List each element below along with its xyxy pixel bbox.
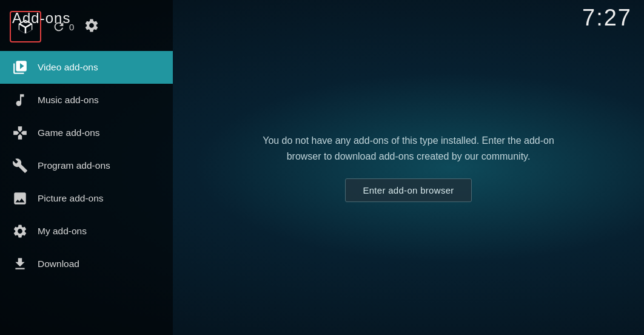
- enter-browser-button[interactable]: Enter add-on browser: [345, 178, 471, 202]
- app-title: Add-ons: [12, 10, 70, 27]
- game-icon: [12, 125, 28, 141]
- topbar: Add-ons 7:27: [0, 0, 644, 36]
- empty-message: You do not have any add-ons of this type…: [245, 133, 572, 164]
- sidebar-item-video-label: Video add-ons: [38, 62, 98, 73]
- sidebar-item-myaddon-label: My add-ons: [38, 226, 87, 237]
- sidebar-item-music-label: Music add-ons: [38, 95, 99, 106]
- sidebar-item-music[interactable]: Music add-ons: [0, 84, 173, 117]
- sidebar-item-picture-label: Picture add-ons: [38, 193, 104, 204]
- program-icon: [12, 158, 28, 174]
- sidebar-item-game-label: Game add-ons: [38, 127, 100, 138]
- music-icon: [12, 92, 28, 108]
- sidebar-item-picture[interactable]: Picture add-ons: [0, 182, 173, 215]
- picture-icon: [12, 191, 28, 206]
- video-icon: [12, 59, 28, 75]
- sidebar: 0 Video add-ons Music add-ons: [0, 0, 173, 335]
- sidebar-item-program-label: Program add-ons: [38, 160, 110, 171]
- download-icon: [12, 256, 28, 272]
- sidebar-item-myaddon[interactable]: My add-ons: [0, 215, 173, 248]
- clock: 7:27: [582, 5, 632, 31]
- main-content: You do not have any add-ons of this type…: [173, 0, 644, 335]
- sidebar-item-program[interactable]: Program add-ons: [0, 149, 173, 182]
- sidebar-item-video[interactable]: Video add-ons: [0, 51, 173, 84]
- sidebar-item-download[interactable]: Download: [0, 248, 173, 280]
- sidebar-item-download-label: Download: [38, 259, 79, 269]
- empty-state: You do not have any add-ons of this type…: [233, 121, 585, 214]
- sidebar-item-game[interactable]: Game add-ons: [0, 117, 173, 149]
- myaddon-icon: [12, 223, 28, 239]
- nav-items: Video add-ons Music add-ons Game add-ons…: [0, 51, 173, 335]
